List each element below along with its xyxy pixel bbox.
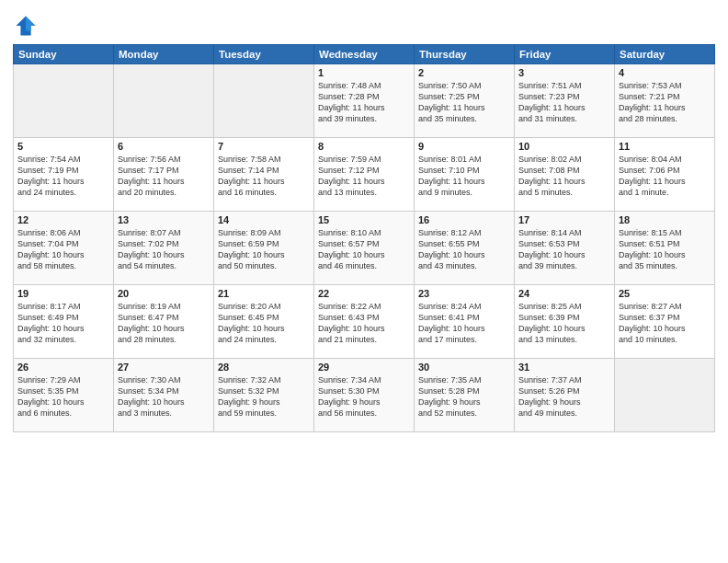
day-number: 4 <box>619 67 711 78</box>
day-number: 19 <box>17 288 109 299</box>
day-info: Sunrise: 8:09 AM Sunset: 6:59 PM Dayligh… <box>218 227 310 272</box>
calendar-cell: 6Sunrise: 7:56 AM Sunset: 7:17 PM Daylig… <box>114 138 214 212</box>
day-info: Sunrise: 8:01 AM Sunset: 7:10 PM Dayligh… <box>418 154 510 199</box>
day-number: 23 <box>418 288 510 299</box>
weekday-saturday: Saturday <box>615 45 715 64</box>
day-number: 10 <box>518 141 610 152</box>
day-number: 24 <box>518 288 610 299</box>
day-info: Sunrise: 7:53 AM Sunset: 7:21 PM Dayligh… <box>619 80 711 125</box>
day-info: Sunrise: 8:17 AM Sunset: 6:49 PM Dayligh… <box>17 301 109 346</box>
day-number: 31 <box>518 362 610 373</box>
day-info: Sunrise: 8:15 AM Sunset: 6:51 PM Dayligh… <box>619 227 711 272</box>
day-info: Sunrise: 8:02 AM Sunset: 7:08 PM Dayligh… <box>518 154 610 199</box>
day-info: Sunrise: 8:22 AM Sunset: 6:43 PM Dayligh… <box>318 301 410 346</box>
day-number: 1 <box>318 67 410 78</box>
header <box>13 9 715 39</box>
day-info: Sunrise: 8:19 AM Sunset: 6:47 PM Dayligh… <box>118 301 210 346</box>
calendar-cell <box>14 64 114 138</box>
day-number: 29 <box>318 362 410 373</box>
day-info: Sunrise: 7:56 AM Sunset: 7:17 PM Dayligh… <box>118 154 210 199</box>
calendar-cell: 4Sunrise: 7:53 AM Sunset: 7:21 PM Daylig… <box>615 64 715 138</box>
calendar-cell: 25Sunrise: 8:27 AM Sunset: 6:37 PM Dayli… <box>615 285 715 359</box>
day-number: 30 <box>418 362 510 373</box>
day-number: 26 <box>17 362 109 373</box>
calendar-cell <box>615 359 715 432</box>
day-info: Sunrise: 8:07 AM Sunset: 7:02 PM Dayligh… <box>118 227 210 272</box>
calendar-cell: 29Sunrise: 7:34 AM Sunset: 5:30 PM Dayli… <box>314 359 415 432</box>
day-number: 16 <box>418 214 510 225</box>
weekday-sunday: Sunday <box>14 45 114 64</box>
day-number: 21 <box>218 288 310 299</box>
calendar-cell: 20Sunrise: 8:19 AM Sunset: 6:47 PM Dayli… <box>114 285 214 359</box>
calendar-cell: 18Sunrise: 8:15 AM Sunset: 6:51 PM Dayli… <box>615 212 715 285</box>
day-number: 13 <box>118 214 210 225</box>
day-info: Sunrise: 7:54 AM Sunset: 7:19 PM Dayligh… <box>17 154 109 199</box>
page: SundayMondayTuesdayWednesdayThursdayFrid… <box>0 0 728 563</box>
day-info: Sunrise: 7:32 AM Sunset: 5:32 PM Dayligh… <box>218 374 310 419</box>
day-info: Sunrise: 8:04 AM Sunset: 7:06 PM Dayligh… <box>619 154 711 199</box>
weekday-header-row: SundayMondayTuesdayWednesdayThursdayFrid… <box>14 45 715 64</box>
calendar-cell: 11Sunrise: 8:04 AM Sunset: 7:06 PM Dayli… <box>615 138 715 212</box>
day-number: 22 <box>318 288 410 299</box>
day-number: 27 <box>118 362 210 373</box>
week-row-0: 1Sunrise: 7:48 AM Sunset: 7:28 PM Daylig… <box>14 64 715 138</box>
week-row-2: 12Sunrise: 8:06 AM Sunset: 7:04 PM Dayli… <box>14 212 715 285</box>
weekday-wednesday: Wednesday <box>314 45 415 64</box>
calendar-cell: 21Sunrise: 8:20 AM Sunset: 6:45 PM Dayli… <box>214 285 314 359</box>
day-number: 9 <box>418 141 510 152</box>
day-info: Sunrise: 7:58 AM Sunset: 7:14 PM Dayligh… <box>218 154 310 199</box>
day-info: Sunrise: 7:50 AM Sunset: 7:25 PM Dayligh… <box>418 80 510 125</box>
week-row-3: 19Sunrise: 8:17 AM Sunset: 6:49 PM Dayli… <box>14 285 715 359</box>
svg-marker-1 <box>26 17 36 31</box>
day-info: Sunrise: 7:48 AM Sunset: 7:28 PM Dayligh… <box>318 80 410 125</box>
day-info: Sunrise: 7:37 AM Sunset: 5:26 PM Dayligh… <box>518 374 610 419</box>
calendar-cell: 7Sunrise: 7:58 AM Sunset: 7:14 PM Daylig… <box>214 138 314 212</box>
calendar-cell: 30Sunrise: 7:35 AM Sunset: 5:28 PM Dayli… <box>415 359 515 432</box>
day-number: 11 <box>619 141 711 152</box>
weekday-friday: Friday <box>515 45 615 64</box>
calendar-cell: 19Sunrise: 8:17 AM Sunset: 6:49 PM Dayli… <box>14 285 114 359</box>
calendar-cell: 9Sunrise: 8:01 AM Sunset: 7:10 PM Daylig… <box>415 138 515 212</box>
week-row-1: 5Sunrise: 7:54 AM Sunset: 7:19 PM Daylig… <box>14 138 715 212</box>
calendar-cell: 1Sunrise: 7:48 AM Sunset: 7:28 PM Daylig… <box>314 64 415 138</box>
day-info: Sunrise: 8:20 AM Sunset: 6:45 PM Dayligh… <box>218 301 310 346</box>
calendar-cell: 17Sunrise: 8:14 AM Sunset: 6:53 PM Dayli… <box>515 212 615 285</box>
day-info: Sunrise: 8:24 AM Sunset: 6:41 PM Dayligh… <box>418 301 510 346</box>
day-number: 25 <box>619 288 711 299</box>
calendar-cell: 15Sunrise: 8:10 AM Sunset: 6:57 PM Dayli… <box>314 212 415 285</box>
day-info: Sunrise: 7:51 AM Sunset: 7:23 PM Dayligh… <box>518 80 610 125</box>
calendar-cell: 12Sunrise: 8:06 AM Sunset: 7:04 PM Dayli… <box>14 212 114 285</box>
day-info: Sunrise: 7:34 AM Sunset: 5:30 PM Dayligh… <box>318 374 410 419</box>
day-info: Sunrise: 7:59 AM Sunset: 7:12 PM Dayligh… <box>318 154 410 199</box>
day-info: Sunrise: 8:12 AM Sunset: 6:55 PM Dayligh… <box>418 227 510 272</box>
logo-icon <box>13 13 39 39</box>
weekday-monday: Monday <box>114 45 214 64</box>
day-number: 2 <box>418 67 510 78</box>
day-number: 6 <box>118 141 210 152</box>
day-info: Sunrise: 7:35 AM Sunset: 5:28 PM Dayligh… <box>418 374 510 419</box>
calendar: SundayMondayTuesdayWednesdayThursdayFrid… <box>13 44 715 432</box>
calendar-cell: 13Sunrise: 8:07 AM Sunset: 7:02 PM Dayli… <box>114 212 214 285</box>
calendar-cell: 22Sunrise: 8:22 AM Sunset: 6:43 PM Dayli… <box>314 285 415 359</box>
day-info: Sunrise: 8:10 AM Sunset: 6:57 PM Dayligh… <box>318 227 410 272</box>
calendar-cell: 27Sunrise: 7:30 AM Sunset: 5:34 PM Dayli… <box>114 359 214 432</box>
calendar-cell: 3Sunrise: 7:51 AM Sunset: 7:23 PM Daylig… <box>515 64 615 138</box>
calendar-cell <box>214 64 314 138</box>
day-number: 12 <box>17 214 109 225</box>
day-number: 20 <box>118 288 210 299</box>
day-number: 28 <box>218 362 310 373</box>
day-info: Sunrise: 8:25 AM Sunset: 6:39 PM Dayligh… <box>518 301 610 346</box>
day-info: Sunrise: 8:14 AM Sunset: 6:53 PM Dayligh… <box>518 227 610 272</box>
calendar-cell: 31Sunrise: 7:37 AM Sunset: 5:26 PM Dayli… <box>515 359 615 432</box>
day-number: 15 <box>318 214 410 225</box>
calendar-cell: 24Sunrise: 8:25 AM Sunset: 6:39 PM Dayli… <box>515 285 615 359</box>
day-number: 3 <box>518 67 610 78</box>
day-number: 7 <box>218 141 310 152</box>
calendar-cell: 16Sunrise: 8:12 AM Sunset: 6:55 PM Dayli… <box>415 212 515 285</box>
day-info: Sunrise: 8:06 AM Sunset: 7:04 PM Dayligh… <box>17 227 109 272</box>
calendar-cell: 2Sunrise: 7:50 AM Sunset: 7:25 PM Daylig… <box>415 64 515 138</box>
day-number: 14 <box>218 214 310 225</box>
day-number: 8 <box>318 141 410 152</box>
calendar-cell: 28Sunrise: 7:32 AM Sunset: 5:32 PM Dayli… <box>214 359 314 432</box>
calendar-cell: 5Sunrise: 7:54 AM Sunset: 7:19 PM Daylig… <box>14 138 114 212</box>
